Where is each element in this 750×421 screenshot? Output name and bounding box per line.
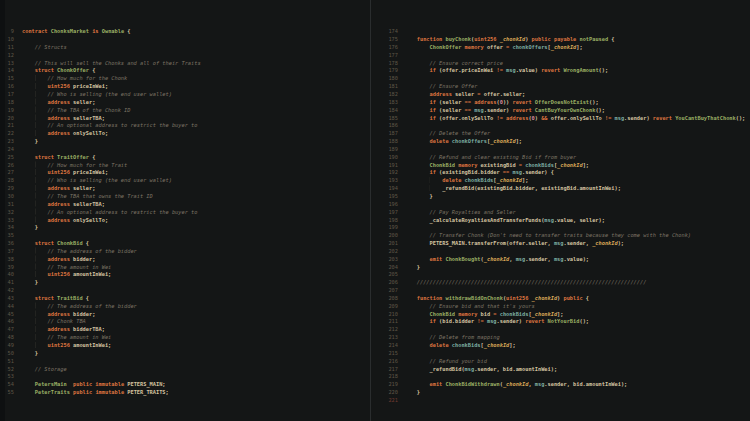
code-line[interactable]: 174 <box>371 28 750 36</box>
code-line[interactable]: 43 struct TraitBid { <box>0 294 370 302</box>
code-line[interactable]: 36 struct ChonkBid { <box>0 239 370 247</box>
code-line[interactable]: 177 <box>371 51 750 59</box>
code-line[interactable]: 9contract ChonksMarket is Ownable { <box>0 28 370 36</box>
code-line[interactable]: 176 ChonkOffer memory offer = chonkOffer… <box>371 43 750 51</box>
code-line[interactable]: 219 emit ChonkBidWithdrawn(_chonkId, msg… <box>371 380 750 388</box>
code-line[interactable]: 195 } <box>371 192 750 200</box>
code-line[interactable]: 202 <box>371 247 750 255</box>
code-line[interactable]: 19 // The TBA of the Chonk ID <box>0 106 370 114</box>
code-line[interactable]: 39 // The amount in Wei <box>0 263 370 271</box>
code-line[interactable]: 31 address sellerTBA; <box>0 200 370 208</box>
code-line[interactable]: 55 PeterTraits public immutable PETER_TR… <box>0 388 370 396</box>
code-line[interactable]: 44 // The address of the bidder <box>0 302 370 310</box>
code-line[interactable]: 183 if (seller == address(0)) revert Off… <box>371 98 750 106</box>
code-line[interactable]: 211 if (bid.bidder != msg.sender) revert… <box>371 318 750 326</box>
code-line[interactable]: 193 delete chonkBids[_chonkId]; <box>371 177 750 185</box>
code-line[interactable]: 203 emit ChonkBought(_chonkId, msg.sende… <box>371 255 750 263</box>
code-line[interactable]: 185 if (offer.onlySellTo != address(0) &… <box>371 114 750 122</box>
code-line[interactable]: 53 <box>0 373 370 381</box>
code-line[interactable]: 209 // Ensure bid and that it's yours <box>371 302 750 310</box>
code-line[interactable]: 51 <box>0 357 370 365</box>
code-line[interactable]: 198 _calculateRoyaltiesAndTransferFunds(… <box>371 216 750 224</box>
editor-pane-right[interactable]: 174175 function buyChonk(uint256 _chonkI… <box>371 0 750 421</box>
code-line[interactable]: 179 if (offer.priceInWei != msg.value) r… <box>371 67 750 75</box>
code-line[interactable]: 10 <box>0 35 370 43</box>
editor-pane-left[interactable]: 9contract ChonksMarket is Ownable {1011 … <box>0 0 370 421</box>
code-line[interactable]: 23 } <box>0 137 370 145</box>
code-line[interactable]: 217 _refundBid(msg.sender, bid.amountInW… <box>371 365 750 373</box>
code-line[interactable]: 188 delete chonkOffers[_chonkId]; <box>371 137 750 145</box>
code-line[interactable]: 175 function buyChonk(uint256 _chonkId) … <box>371 35 750 43</box>
code-line[interactable]: 54 PetersMain public immutable PETERS_MA… <box>0 380 370 388</box>
code-line[interactable]: 29 address seller; <box>0 184 370 192</box>
code-line[interactable]: 207 <box>371 286 750 294</box>
code-line[interactable]: 200 // Transfer Chonk (Don't need to tra… <box>371 231 750 239</box>
code-line[interactable]: 197 // Pay Royalties and Seller <box>371 208 750 216</box>
code-line[interactable]: 18 address seller; <box>0 98 370 106</box>
code-line[interactable]: 186 <box>371 122 750 130</box>
code-line[interactable]: 210 ChonkBid memory bid = chonkBids[_cho… <box>371 310 750 318</box>
code-line[interactable]: 204 } <box>371 263 750 271</box>
code-line[interactable]: 16 uint256 priceInWei; <box>0 82 370 90</box>
code-line[interactable]: 46 // Chonk TBA <box>0 318 370 326</box>
code-line[interactable]: 34 } <box>0 224 370 232</box>
code-line[interactable]: 47 address bidderTBA; <box>0 326 370 334</box>
code-line[interactable]: 45 address bidder; <box>0 310 370 318</box>
code-line[interactable]: 181 // Ensure Offer <box>371 82 750 90</box>
code-line[interactable]: 189 <box>371 145 750 153</box>
code-line[interactable]: 42 <box>0 286 370 294</box>
code-line[interactable]: 48 // The amount in Wei <box>0 333 370 341</box>
code-line[interactable]: 14 struct ChonkOffer { <box>0 67 370 75</box>
code-line[interactable]: 13 // This will sell the Chonks and all … <box>0 59 370 67</box>
code-line[interactable]: 220 } <box>371 388 750 396</box>
code-line[interactable]: 192 if (existingBid.bidder == msg.sender… <box>371 169 750 177</box>
code-line[interactable]: 25 struct TraitOffer { <box>0 153 370 161</box>
code-line[interactable]: 11 // Structs <box>0 43 370 51</box>
code-line[interactable]: 215 <box>371 349 750 357</box>
code-line[interactable]: 191 ChonkBid memory existingBid = chonkB… <box>371 161 750 169</box>
code-line[interactable]: 52 // Storage <box>0 365 370 373</box>
code-line[interactable]: 15 // How much for the Chonk <box>0 75 370 83</box>
code-line[interactable]: 182 address seller = offer.seller; <box>371 90 750 98</box>
code-line[interactable]: 40 uint256 amountInWei; <box>0 271 370 279</box>
code-line[interactable]: 30 // The TBA that owns the Trait ID <box>0 192 370 200</box>
code-line[interactable]: 22 address onlySellTo; <box>0 129 370 137</box>
code-area-right[interactable]: 174175 function buyChonk(uint256 _chonkI… <box>371 0 750 404</box>
code-line[interactable]: 199 <box>371 224 750 232</box>
code-line[interactable]: 214 delete chonkBids[_chonkId]; <box>371 341 750 349</box>
code-line[interactable]: 21 // An optional address to restrict th… <box>0 122 370 130</box>
code-line[interactable]: 187 // Delete the Offer <box>371 129 750 137</box>
code-text: // Delete from mapping <box>398 333 500 341</box>
code-line[interactable]: 41 } <box>0 279 370 287</box>
code-line[interactable]: 35 <box>0 231 370 239</box>
code-line[interactable]: 194 _refundBid(existingBid.bidder, exist… <box>371 184 750 192</box>
code-line[interactable]: 49 uint256 amountInWei; <box>0 341 370 349</box>
code-line[interactable]: 206 ////////////////////////////////////… <box>371 279 750 287</box>
code-line[interactable]: 20 address sellerTBA; <box>0 114 370 122</box>
code-line[interactable]: 38 address bidder; <box>0 255 370 263</box>
code-line[interactable]: 196 <box>371 200 750 208</box>
code-line[interactable]: 50 } <box>0 349 370 357</box>
code-line[interactable]: 201 PETERS_MAIN.transferFrom(offer.selle… <box>371 239 750 247</box>
code-line[interactable]: 221 <box>371 396 750 404</box>
code-line[interactable]: 180 <box>371 75 750 83</box>
code-line[interactable]: 26 // How much for the Trait <box>0 161 370 169</box>
code-line[interactable]: 33 address onlySellTo; <box>0 216 370 224</box>
code-line[interactable]: 178 // Ensure correct price <box>371 59 750 67</box>
code-line[interactable]: 184 if (seller == msg.sender) revert Can… <box>371 106 750 114</box>
code-line[interactable]: 216 // Refund your bid <box>371 357 750 365</box>
code-area-left[interactable]: 9contract ChonksMarket is Ownable {1011 … <box>0 0 370 396</box>
code-line[interactable]: 24 <box>0 145 370 153</box>
code-line[interactable]: 17 // Who is selling (the end user walle… <box>0 90 370 98</box>
code-line[interactable]: 12 <box>0 51 370 59</box>
code-line[interactable]: 37 // The address of the bidder <box>0 247 370 255</box>
code-line[interactable]: 190 // Refund and clear existing Bid if … <box>371 153 750 161</box>
code-line[interactable]: 208 function withdrawBidOnChonk(uint256 … <box>371 294 750 302</box>
code-line[interactable]: 27 uint256 priceInWei; <box>0 169 370 177</box>
code-line[interactable]: 212 <box>371 326 750 334</box>
code-line[interactable]: 213 // Delete from mapping <box>371 333 750 341</box>
code-line[interactable]: 28 // Who is selling (the end user walle… <box>0 177 370 185</box>
code-line[interactable]: 218 <box>371 373 750 381</box>
code-line[interactable]: 205 <box>371 271 750 279</box>
code-line[interactable]: 32 // An optional address to restrict th… <box>0 208 370 216</box>
